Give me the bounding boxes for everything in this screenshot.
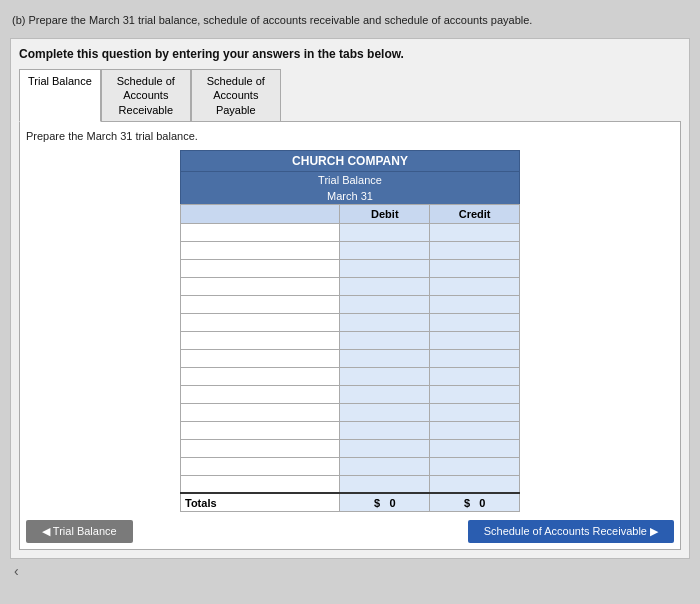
row-credit[interactable] (430, 259, 520, 277)
bottom-bar: ‹ (10, 563, 690, 579)
row-label[interactable] (181, 475, 340, 493)
table-row (181, 223, 520, 241)
table-row (181, 457, 520, 475)
row-debit[interactable] (340, 421, 430, 439)
row-credit[interactable] (430, 439, 520, 457)
trial-balance-container: CHURCH COMPANY Trial Balance March 31 De… (180, 150, 520, 512)
table-row (181, 385, 520, 403)
row-label[interactable] (181, 403, 340, 421)
row-debit[interactable] (340, 403, 430, 421)
row-label[interactable] (181, 313, 340, 331)
col-credit-header: Credit (430, 204, 520, 223)
row-debit[interactable] (340, 295, 430, 313)
trial-balance-table: Debit Credit Totals $ 0 (180, 204, 520, 512)
row-credit[interactable] (430, 241, 520, 259)
row-debit[interactable] (340, 331, 430, 349)
tab-content: Prepare the March 31 trial balance. CHUR… (19, 122, 681, 550)
row-label[interactable] (181, 241, 340, 259)
row-label[interactable] (181, 295, 340, 313)
totals-label: Totals (181, 493, 340, 511)
row-debit[interactable] (340, 439, 430, 457)
row-label[interactable] (181, 439, 340, 457)
row-credit[interactable] (430, 403, 520, 421)
row-debit[interactable] (340, 475, 430, 493)
row-credit[interactable] (430, 277, 520, 295)
row-debit[interactable] (340, 223, 430, 241)
table-row (181, 349, 520, 367)
page-wrapper: (b) Prepare the March 31 trial balance, … (0, 0, 700, 604)
table-row (181, 421, 520, 439)
row-credit[interactable] (430, 385, 520, 403)
prepare-label: Prepare the March 31 trial balance. (26, 128, 674, 144)
next-button[interactable]: Schedule of Accounts Receivable ▶ (468, 520, 674, 543)
row-debit[interactable] (340, 349, 430, 367)
tab-trial-balance[interactable]: Trial Balance (19, 69, 101, 122)
row-label[interactable] (181, 385, 340, 403)
table-row (181, 367, 520, 385)
row-label[interactable] (181, 331, 340, 349)
table-row (181, 475, 520, 493)
row-debit[interactable] (340, 457, 430, 475)
tb-date: March 31 (180, 188, 520, 204)
row-debit[interactable] (340, 259, 430, 277)
bottom-chevron-icon[interactable]: ‹ (10, 563, 23, 579)
tabs-row: Trial Balance Schedule ofAccountsReceiva… (19, 69, 681, 122)
tab-schedule-receivable[interactable]: Schedule ofAccountsReceivable (101, 69, 191, 121)
row-credit[interactable] (430, 457, 520, 475)
row-debit[interactable] (340, 385, 430, 403)
prev-button[interactable]: ◀ Trial Balance (26, 520, 133, 543)
col-debit-header: Debit (340, 204, 430, 223)
table-row (181, 403, 520, 421)
table-row (181, 295, 520, 313)
row-credit[interactable] (430, 295, 520, 313)
instruction-text: (b) Prepare the March 31 trial balance, … (10, 10, 690, 30)
row-credit[interactable] (430, 331, 520, 349)
row-label[interactable] (181, 457, 340, 475)
row-label[interactable] (181, 421, 340, 439)
row-label[interactable] (181, 349, 340, 367)
complete-instruction: Complete this question by entering your … (19, 47, 681, 61)
row-debit[interactable] (340, 277, 430, 295)
table-row (181, 259, 520, 277)
row-debit[interactable] (340, 367, 430, 385)
row-credit[interactable] (430, 313, 520, 331)
col-headers-row: Debit Credit (181, 204, 520, 223)
tb-company: CHURCH COMPANY (180, 150, 520, 172)
nav-buttons: ◀ Trial Balance Schedule of Accounts Rec… (26, 520, 674, 543)
row-credit[interactable] (430, 367, 520, 385)
main-card: Complete this question by entering your … (10, 38, 690, 559)
row-debit[interactable] (340, 241, 430, 259)
row-debit[interactable] (340, 313, 430, 331)
col-label-header (181, 204, 340, 223)
row-label[interactable] (181, 259, 340, 277)
table-row (181, 277, 520, 295)
table-row (181, 331, 520, 349)
totals-row: Totals $ 0 $ 0 (181, 493, 520, 511)
table-row (181, 241, 520, 259)
row-credit[interactable] (430, 421, 520, 439)
totals-debit: $ 0 (340, 493, 430, 511)
totals-credit: $ 0 (430, 493, 520, 511)
tab-schedule-payable[interactable]: Schedule ofAccountsPayable (191, 69, 281, 121)
row-label[interactable] (181, 367, 340, 385)
table-row (181, 313, 520, 331)
tb-title: Trial Balance (180, 172, 520, 188)
row-credit[interactable] (430, 475, 520, 493)
row-label[interactable] (181, 277, 340, 295)
row-label[interactable] (181, 223, 340, 241)
row-credit[interactable] (430, 349, 520, 367)
row-credit[interactable] (430, 223, 520, 241)
table-row (181, 439, 520, 457)
